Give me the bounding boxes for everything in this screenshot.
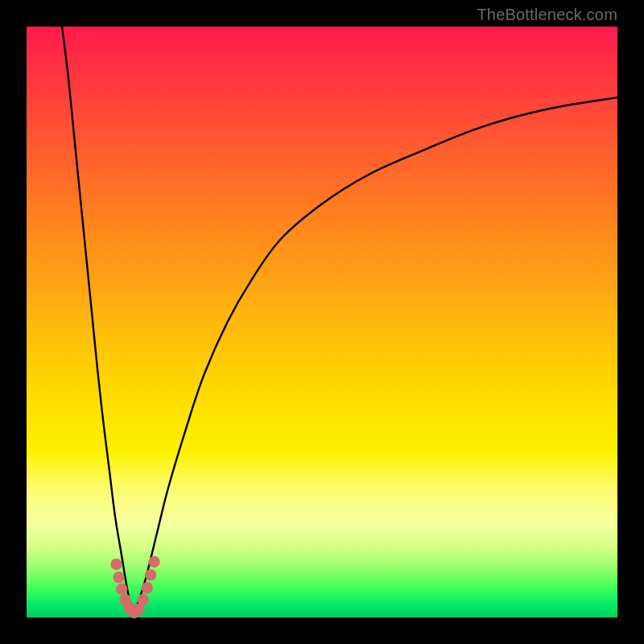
notch-marker xyxy=(145,569,156,580)
chart-svg xyxy=(0,0,644,644)
chart-frame: TheBottleneck.com xyxy=(0,0,644,644)
notch-marker xyxy=(148,556,159,568)
notch-markers xyxy=(110,556,159,619)
notch-marker xyxy=(142,582,153,593)
notch-marker xyxy=(110,559,122,570)
curve-right-branch xyxy=(133,97,617,617)
notch-marker xyxy=(137,594,148,605)
curve-left-branch xyxy=(62,27,133,617)
notch-marker xyxy=(116,584,127,595)
notch-marker xyxy=(113,572,124,583)
